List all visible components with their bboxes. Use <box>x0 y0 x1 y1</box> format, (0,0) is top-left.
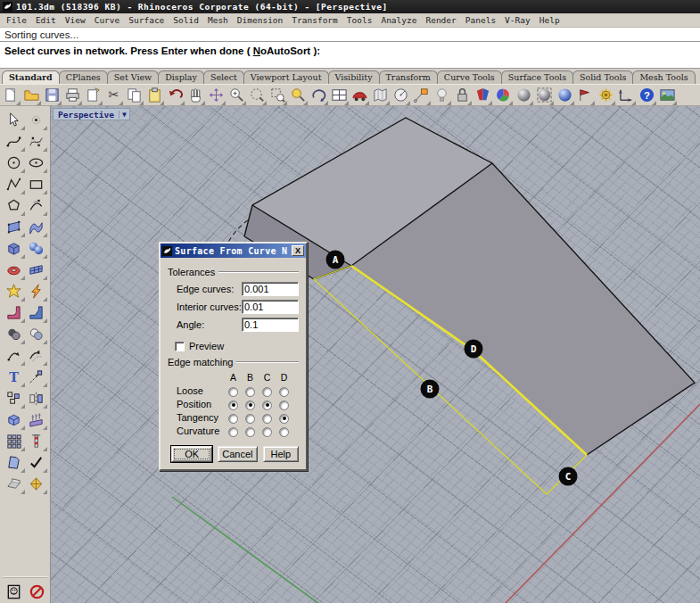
curve-control-icon[interactable] <box>25 130 47 152</box>
menu-render[interactable]: Render <box>421 14 460 26</box>
radio-position-d[interactable] <box>279 401 289 410</box>
pages-icon[interactable] <box>3 451 25 473</box>
tab-solid-tools[interactable]: Solid Tools <box>572 70 633 84</box>
dimension-icon[interactable] <box>616 86 636 105</box>
torus-icon[interactable] <box>3 259 25 280</box>
zoom-window-icon[interactable] <box>268 86 287 105</box>
tab-visibility[interactable]: Visibility <box>328 70 380 84</box>
map-icon[interactable] <box>370 86 390 105</box>
radio-tangency-a[interactable] <box>228 414 238 424</box>
surface-curved-icon[interactable] <box>25 216 47 237</box>
tab-display[interactable]: Display <box>158 70 204 84</box>
menu-mesh[interactable]: Mesh <box>203 14 233 26</box>
menu-panels[interactable]: Panels <box>461 14 500 26</box>
radio-curvature-a[interactable] <box>228 427 238 437</box>
command-history[interactable]: Sorting curves... <box>0 28 700 42</box>
menu-analyze[interactable]: Analyze <box>376 14 421 26</box>
orbit-icon[interactable] <box>206 86 226 105</box>
zoom-selected-icon[interactable] <box>288 86 308 105</box>
open-file-icon[interactable] <box>21 86 41 105</box>
menu-view[interactable]: View <box>61 14 90 26</box>
menu-vray[interactable]: V-Ray <box>500 14 535 26</box>
cut-icon[interactable]: ✂ <box>103 86 123 105</box>
zoom-in-icon[interactable] <box>226 86 246 105</box>
command-prompt[interactable]: Select curves in network. Press Enter wh… <box>0 42 700 69</box>
new-file-icon[interactable] <box>1 86 21 105</box>
tab-surface-tools[interactable]: Surface Tools <box>501 70 573 84</box>
boolean-difference-icon[interactable] <box>25 323 47 344</box>
radio-loose-a[interactable] <box>228 387 238 397</box>
save-file-icon[interactable] <box>42 86 62 105</box>
curve-interpolate-icon[interactable] <box>3 130 25 152</box>
section-pole-icon[interactable] <box>25 430 47 451</box>
text-icon[interactable]: T <box>3 366 25 387</box>
radio-tangency-c[interactable] <box>262 414 272 424</box>
vray-image-icon[interactable] <box>657 86 677 105</box>
fillet-icon[interactable] <box>3 302 25 323</box>
copy-icon[interactable] <box>124 86 144 105</box>
dialog-title-bar[interactable]: Surface From Curve N... X <box>161 244 306 258</box>
point-icon[interactable] <box>25 109 47 130</box>
render-sphere-icon[interactable] <box>514 86 533 105</box>
extrude-surface-icon[interactable] <box>25 409 47 430</box>
check-icon[interactable] <box>25 451 47 473</box>
input-angle[interactable] <box>242 318 299 332</box>
shaded-view-icon[interactable] <box>473 86 492 105</box>
polygon-icon[interactable] <box>3 194 25 216</box>
tab-select[interactable]: Select <box>203 70 244 84</box>
render-preview-icon[interactable] <box>555 86 574 105</box>
boolean-union-icon[interactable] <box>3 323 25 344</box>
select-arrow-icon[interactable] <box>3 109 25 130</box>
surface-patch-icon[interactable] <box>3 216 25 237</box>
rectangle-icon[interactable] <box>25 173 47 194</box>
help-button[interactable]: Help <box>263 446 299 462</box>
ok-button[interactable]: OK <box>171 446 212 462</box>
tab-transform[interactable]: Transform <box>379 70 438 84</box>
move-control-point-icon[interactable] <box>25 366 47 387</box>
help-icon[interactable]: ? <box>637 86 656 105</box>
panel-disable-icon[interactable] <box>27 582 46 601</box>
menu-edit[interactable]: Edit <box>31 14 61 26</box>
radio-position-a[interactable] <box>228 401 238 410</box>
radio-position-b[interactable] <box>245 401 255 410</box>
command-option[interactable]: N <box>253 45 260 56</box>
radio-curvature-c[interactable] <box>262 427 272 437</box>
perspective-viewport[interactable]: ABCD Perspective ▼ Surface From Curve N.… <box>51 106 700 603</box>
menu-curve[interactable]: Curve <box>90 14 125 26</box>
tab-viewport-layout[interactable]: Viewport Layout <box>243 70 329 84</box>
print-icon[interactable] <box>62 86 82 105</box>
color-wheel-icon[interactable] <box>493 86 513 105</box>
ellipse-icon[interactable] <box>25 152 47 173</box>
lightbulb-icon[interactable] <box>432 86 451 105</box>
scene-canvas[interactable]: ABCD <box>51 106 700 603</box>
curve-blend-icon[interactable] <box>3 344 25 366</box>
circle-icon[interactable] <box>3 152 25 173</box>
radio-tangency-b[interactable] <box>245 414 255 424</box>
tab-curve-tools[interactable]: Curve Tools <box>437 70 502 84</box>
tab-standard[interactable]: Standard <box>2 70 60 84</box>
menu-help[interactable]: Help <box>535 14 564 26</box>
car-icon[interactable] <box>350 86 369 105</box>
viewport-layout-icon[interactable] <box>329 86 349 105</box>
radio-loose-b[interactable] <box>245 387 255 397</box>
radio-loose-c[interactable] <box>262 387 272 397</box>
lock-icon[interactable] <box>452 86 472 105</box>
tab-mesh-tools[interactable]: Mesh Tools <box>632 70 695 84</box>
gumball-diamond-icon[interactable] <box>25 473 47 494</box>
panel-face-icon[interactable] <box>4 582 23 601</box>
undo-icon[interactable] <box>165 86 185 105</box>
copy-objects-icon[interactable] <box>3 387 25 409</box>
menu-tools[interactable]: Tools <box>342 14 377 26</box>
explode-star-icon[interactable] <box>3 280 25 302</box>
radio-curvature-b[interactable] <box>245 427 255 437</box>
extrude-prism-icon[interactable] <box>3 473 25 494</box>
radio-curvature-d[interactable] <box>279 427 289 437</box>
viewport-title[interactable]: Perspective <box>54 110 119 120</box>
chamfer-icon[interactable] <box>25 302 47 323</box>
spheres-icon[interactable] <box>25 237 47 259</box>
radio-loose-d[interactable] <box>279 387 289 397</box>
arc-blend-icon[interactable] <box>25 344 47 366</box>
menu-solid[interactable]: Solid <box>169 14 203 26</box>
menu-file[interactable]: File <box>2 14 31 26</box>
copy-page-icon[interactable] <box>83 86 103 105</box>
